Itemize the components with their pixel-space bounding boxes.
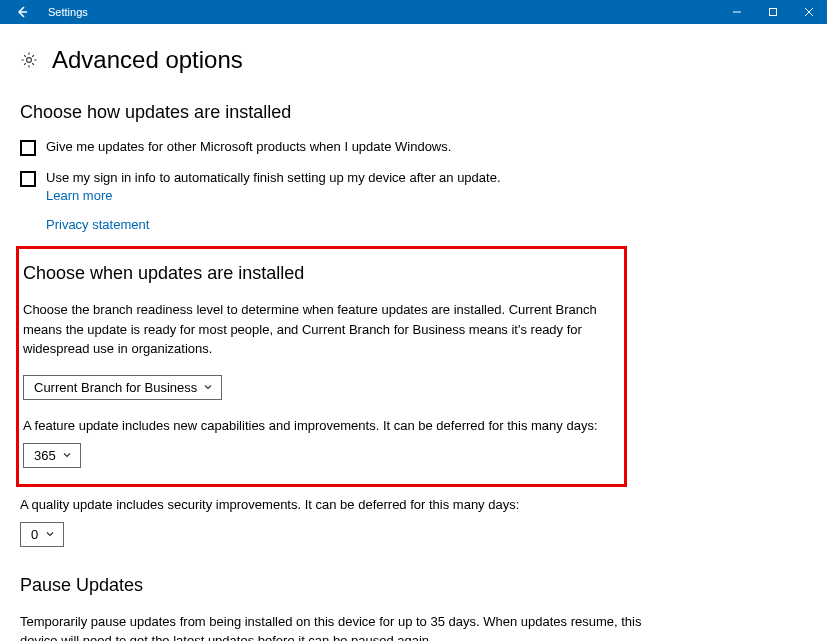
- svg-point-5: [27, 58, 32, 63]
- minimize-button[interactable]: [719, 0, 755, 24]
- gear-icon: [20, 51, 38, 69]
- close-icon: [804, 7, 814, 17]
- checkbox-row-signin: Use my sign in info to automatically fin…: [20, 170, 807, 203]
- branch-description: Choose the branch readiness level to det…: [23, 300, 620, 359]
- page-header: Advanced options: [20, 46, 807, 74]
- back-arrow-icon: [14, 4, 30, 20]
- svg-rect-2: [770, 9, 777, 16]
- maximize-icon: [768, 7, 778, 17]
- checkbox-signin-stack: Use my sign in info to automatically fin…: [46, 170, 501, 203]
- section-how-title: Choose how updates are installed: [20, 102, 807, 123]
- page-title: Advanced options: [52, 46, 243, 74]
- quality-update-desc: A quality update includes security impro…: [20, 497, 807, 512]
- feature-update-desc: A feature update includes new capabiliti…: [23, 418, 620, 433]
- minimize-icon: [732, 7, 742, 17]
- section-pause-title: Pause Updates: [20, 575, 807, 596]
- titlebar-controls: [719, 0, 827, 24]
- feature-defer-dropdown[interactable]: 365: [23, 443, 81, 468]
- back-button[interactable]: [0, 0, 44, 24]
- maximize-button[interactable]: [755, 0, 791, 24]
- section-when-title: Choose when updates are installed: [23, 263, 620, 284]
- feature-defer-value: 365: [34, 448, 56, 463]
- close-button[interactable]: [791, 0, 827, 24]
- checkbox-signin-label: Use my sign in info to automatically fin…: [46, 170, 501, 185]
- checkbox-ms-products[interactable]: [20, 140, 36, 156]
- chevron-down-icon: [45, 529, 55, 539]
- checkbox-ms-products-label: Give me updates for other Microsoft prod…: [46, 139, 451, 156]
- learn-more-link[interactable]: Learn more: [46, 188, 501, 203]
- checkbox-signin[interactable]: [20, 171, 36, 187]
- highlight-box: Choose when updates are installed Choose…: [16, 246, 627, 487]
- privacy-statement-link[interactable]: Privacy statement: [46, 217, 807, 232]
- content-area: Advanced options Choose how updates are …: [0, 24, 827, 641]
- quality-defer-value: 0: [31, 527, 38, 542]
- quality-defer-dropdown[interactable]: 0: [20, 522, 64, 547]
- pause-desc: Temporarily pause updates from being ins…: [20, 612, 660, 642]
- title-bar: Settings: [0, 0, 827, 24]
- chevron-down-icon: [203, 382, 213, 392]
- chevron-down-icon: [62, 450, 72, 460]
- window-title: Settings: [44, 6, 719, 18]
- branch-dropdown[interactable]: Current Branch for Business: [23, 375, 222, 400]
- checkbox-row-products: Give me updates for other Microsoft prod…: [20, 139, 807, 156]
- branch-dropdown-value: Current Branch for Business: [34, 380, 197, 395]
